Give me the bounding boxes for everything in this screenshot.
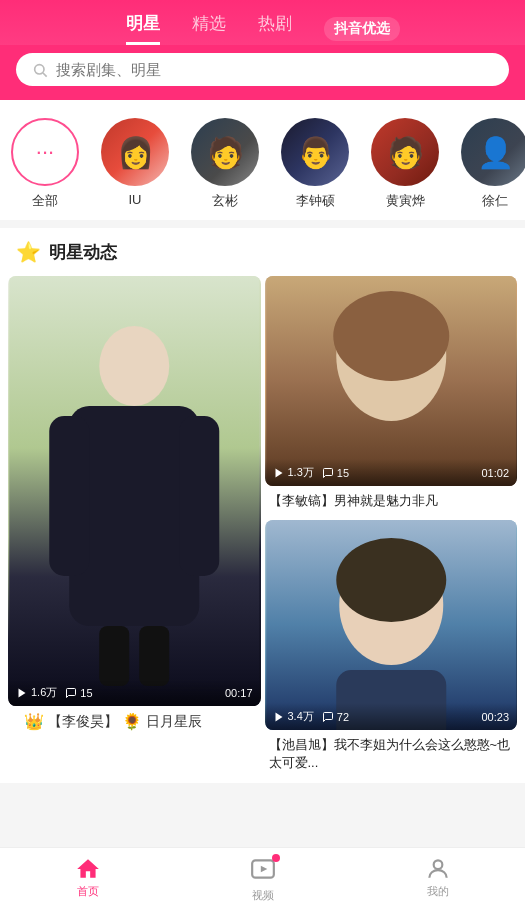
video-large-stats: 1.6万 15 xyxy=(16,685,93,700)
video-large-duration: 00:17 xyxy=(225,687,253,699)
video-bottom-overlay: 3.4万 72 00:23 xyxy=(265,703,518,730)
video-right-column: 1.3万 15 01:02 【李敏镐】男神就是魅力非凡 xyxy=(265,276,518,779)
video-card-large[interactable]: 1.6万 15 00:17 xyxy=(8,276,261,706)
video-face-figure-bottom xyxy=(265,520,518,730)
comment-count: 15 xyxy=(65,687,92,699)
star-item-xu[interactable]: 👤 徐仁 xyxy=(450,118,525,210)
bottom-comment-count: 72 xyxy=(322,711,349,723)
svg-marker-13 xyxy=(275,468,282,477)
comment-icon xyxy=(65,687,77,699)
star-item-huang[interactable]: 🧑 黄寅烨 xyxy=(360,118,450,210)
video-left-column: 1.6万 15 00:17 👑 【李俊昊】 🌻 日月星辰 xyxy=(8,276,261,779)
star-name-xuan: 玄彬 xyxy=(212,192,238,210)
tab-star[interactable]: 明星 xyxy=(126,12,160,45)
star-item-li[interactable]: 👨 李钟硕 xyxy=(270,118,360,210)
video-card-bottom-right[interactable]: 3.4万 72 00:23 【池昌旭】我不李姐为什么会这么憨憨~也太可爱... xyxy=(265,520,518,778)
star-avatar-iu: 👩 xyxy=(101,118,169,186)
star-name-xu: 徐仁 xyxy=(482,192,508,210)
bottom-nav: 首页 视频 我的 xyxy=(0,847,525,853)
top-view-count: 1.3万 xyxy=(273,465,314,480)
star-icon: ⭐ xyxy=(16,240,41,264)
view-count: 1.6万 xyxy=(16,685,57,700)
svg-rect-5 xyxy=(49,416,89,576)
tab-hot-drama[interactable]: 热剧 xyxy=(258,12,292,45)
crown-sub: 日月星辰 xyxy=(146,713,202,731)
comment-icon-3 xyxy=(322,711,334,723)
svg-point-3 xyxy=(99,326,169,406)
svg-rect-6 xyxy=(179,416,219,576)
section-title: ⭐ 明星动态 xyxy=(0,228,525,272)
crown-label: 【李俊昊】 xyxy=(48,713,118,731)
star-avatar-all: ··· xyxy=(11,118,79,186)
star-item-all[interactable]: ··· 全部 xyxy=(0,118,90,210)
star-name-li: 李钟硕 xyxy=(296,192,335,210)
video-large-overlay: 1.6万 15 00:17 xyxy=(8,679,261,706)
svg-marker-18 xyxy=(275,712,282,721)
star-avatar-xu: 👤 xyxy=(461,118,525,186)
crown-icon: 👑 xyxy=(24,712,44,731)
logo: 抖音优选 xyxy=(324,17,400,41)
star-name-all: 全部 xyxy=(32,192,58,210)
search-bar xyxy=(0,45,525,100)
search-field[interactable] xyxy=(56,61,493,78)
video-top-stats: 1.3万 15 xyxy=(273,465,350,480)
star-name-huang: 黄寅烨 xyxy=(386,192,425,210)
top-comment-count: 15 xyxy=(322,467,349,479)
comment-icon-2 xyxy=(322,467,334,479)
video-person-figure xyxy=(8,276,261,706)
header: 明星 精选 热剧 抖音优选 xyxy=(0,0,525,100)
star-avatar-xuan: 🧑 xyxy=(191,118,259,186)
star-item-iu[interactable]: 👩 IU xyxy=(90,118,180,207)
play-icon xyxy=(16,687,28,699)
video-top-overlay: 1.3万 15 01:02 xyxy=(265,459,518,486)
top-duration: 01:02 xyxy=(481,467,509,479)
svg-point-12 xyxy=(333,291,449,381)
video-face-figure-top xyxy=(265,276,518,486)
video-bottom-title: 【池昌旭】我不李姐为什么会这么憨憨~也太可爱... xyxy=(265,730,518,778)
svg-rect-8 xyxy=(139,626,169,686)
bottom-duration: 00:23 xyxy=(481,711,509,723)
svg-rect-7 xyxy=(99,626,129,686)
svg-marker-9 xyxy=(19,688,26,697)
nav-tabs: 明星 精选 热剧 抖音优选 xyxy=(0,12,525,45)
section-title-text: 明星动态 xyxy=(49,241,117,264)
search-input-container[interactable] xyxy=(16,53,509,86)
video-top-title: 【李敏镐】男神就是魅力非凡 xyxy=(265,486,518,516)
crown-text-area: 👑 【李俊昊】 🌻 日月星辰 xyxy=(8,706,261,739)
bottom-view-count: 3.4万 xyxy=(273,709,314,724)
video-top-thumb: 1.3万 15 01:02 xyxy=(265,276,518,486)
star-avatar-li: 👨 xyxy=(281,118,349,186)
video-bottom-stats: 3.4万 72 xyxy=(273,709,350,724)
tab-featured[interactable]: 精选 xyxy=(192,12,226,45)
play-icon-2 xyxy=(273,467,285,479)
svg-line-1 xyxy=(43,73,47,77)
star-avatar-huang: 🧑 xyxy=(371,118,439,186)
video-bottom-thumb: 3.4万 72 00:23 xyxy=(265,520,518,730)
star-item-xuan[interactable]: 🧑 玄彬 xyxy=(180,118,270,210)
star-name-iu: IU xyxy=(129,192,142,207)
video-card-top-right[interactable]: 1.3万 15 01:02 【李敏镐】男神就是魅力非凡 xyxy=(265,276,518,516)
video-grid: 1.6万 15 00:17 👑 【李俊昊】 🌻 日月星辰 xyxy=(0,272,525,783)
star-list: ··· 全部 👩 IU 🧑 玄彬 👨 李钟硕 🧑 黄寅烨 👤 徐仁 xyxy=(0,100,525,220)
svg-point-16 xyxy=(336,538,446,622)
svg-point-0 xyxy=(35,64,44,73)
sun-icon: 🌻 xyxy=(122,712,142,731)
play-icon-3 xyxy=(273,711,285,723)
search-icon xyxy=(32,62,48,78)
